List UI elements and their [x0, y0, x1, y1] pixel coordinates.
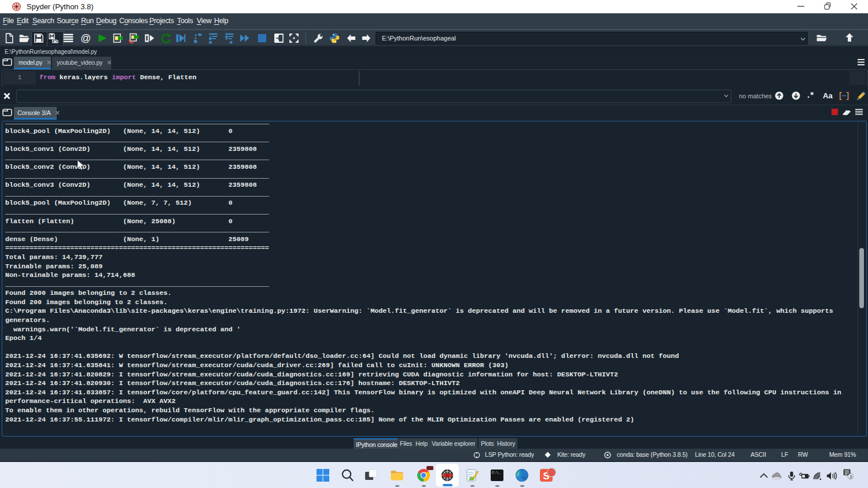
svg-text:3: 3	[849, 474, 852, 479]
svg-text:C:\_: C:\_	[492, 471, 501, 475]
